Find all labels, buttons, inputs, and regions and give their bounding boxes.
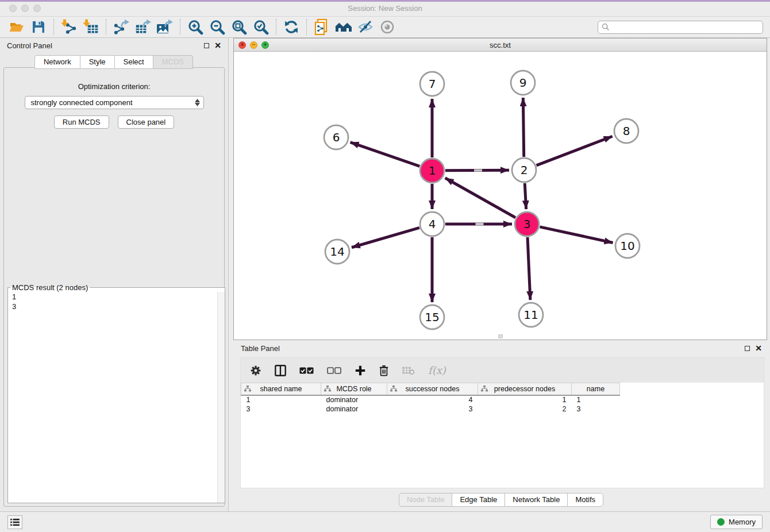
graph-node-4[interactable]: 4 [420, 212, 444, 236]
graph-edge-4-14[interactable] [352, 228, 419, 247]
maximize-network-icon[interactable]: + [261, 41, 269, 49]
delete-table-icon [402, 366, 415, 375]
criterion-dropdown[interactable]: strongly connected component [25, 96, 204, 109]
minimize-network-icon[interactable]: − [250, 41, 257, 49]
table-cell[interactable]: 3 [572, 404, 620, 414]
graph-node-14[interactable]: 14 [325, 240, 349, 264]
close-panel-icon[interactable]: ✕ [755, 345, 762, 351]
open-session-icon[interactable] [6, 18, 28, 36]
hierarchy-icon [390, 385, 397, 392]
float-panel-icon[interactable] [204, 43, 209, 48]
control-panel-header: Control Panel ✕ [0, 38, 228, 53]
result-line: 1 [8, 292, 225, 302]
run-mcds-button[interactable]: Run MCDS [54, 115, 109, 129]
node-label: 1 [429, 164, 436, 178]
criterion-value: strongly connected component [31, 98, 133, 107]
export-table-icon[interactable] [132, 18, 154, 36]
table-cell[interactable]: 1 [241, 395, 321, 404]
add-column-icon[interactable] [355, 365, 366, 376]
show-column-panel-icon[interactable] [274, 364, 287, 377]
table-cell[interactable]: dominator [321, 404, 387, 414]
graph-node-9[interactable]: 9 [511, 71, 535, 95]
graph-node-2[interactable]: 2 [512, 158, 536, 182]
import-network-icon[interactable] [58, 18, 80, 36]
clone-network-icon[interactable] [311, 18, 333, 36]
toolbar-separator [106, 19, 106, 35]
column-header-shared-name[interactable]: shared name [241, 383, 321, 395]
zoom-fit-icon[interactable] [228, 18, 250, 36]
delete-column-icon[interactable] [379, 365, 389, 376]
table-row[interactable]: 1dominator411 [241, 395, 620, 404]
table-row[interactable]: 3dominator323 [241, 404, 620, 414]
table-tabs: Node Table Edge Table Network Table Moti… [233, 493, 770, 507]
hide-selected-icon[interactable] [355, 18, 376, 36]
node-label: 15 [425, 310, 439, 324]
memory-button[interactable]: Memory [710, 515, 763, 529]
resize-grip[interactable] [498, 334, 503, 338]
graph-node-10[interactable]: 10 [615, 234, 640, 258]
tab-edge-table[interactable]: Edge Table [452, 493, 505, 507]
graph-edge-3-1[interactable] [445, 178, 515, 218]
column-header-mcds-role[interactable]: MCDS role [321, 383, 387, 395]
unselect-all-icon[interactable] [327, 367, 342, 375]
graph-node-1[interactable]: 1 [420, 159, 444, 183]
graph-edge-2-3[interactable] [525, 183, 526, 209]
graph-edge-3-11[interactable] [528, 237, 530, 300]
column-header-name[interactable]: name [572, 383, 620, 395]
graph-node-6[interactable]: 6 [324, 125, 348, 149]
graph-node-8[interactable]: 8 [614, 119, 638, 143]
column-header-predecessor-nodes[interactable]: predecessor nodes [478, 383, 572, 395]
tab-mcds[interactable]: MCDS [153, 55, 193, 69]
tab-node-table[interactable]: Node Table [399, 493, 453, 507]
app-titlebar: Session: New Session [0, 0, 770, 16]
table-cell[interactable]: 4 [387, 395, 478, 404]
network-canvas[interactable]: 7968124314101511 [234, 52, 767, 340]
tab-network-table[interactable]: Network Table [505, 493, 568, 507]
node-table: shared name MCDS role successor nodes pr… [241, 383, 620, 414]
first-neighbors-icon[interactable] [333, 18, 355, 36]
graph-node-3[interactable]: 3 [515, 212, 539, 236]
graph-edge-1-6[interactable] [351, 142, 420, 167]
tab-network[interactable]: Network [34, 55, 80, 69]
table-cell[interactable]: dominator [321, 395, 387, 404]
tab-select[interactable]: Select [114, 55, 153, 69]
search-input[interactable] [610, 22, 759, 32]
gear-icon[interactable] [250, 365, 261, 376]
graph-node-11[interactable]: 11 [519, 303, 543, 327]
hierarchy-icon [244, 385, 251, 392]
zoom-out-icon[interactable] [206, 18, 228, 36]
float-panel-icon[interactable] [745, 346, 750, 351]
show-all-icon[interactable] [376, 18, 398, 36]
save-session-icon[interactable] [28, 18, 49, 36]
close-panel-icon[interactable]: ✕ [214, 43, 221, 48]
table-cell[interactable]: 3 [241, 404, 321, 414]
result-scrollbar[interactable] [217, 292, 225, 503]
import-table-icon[interactable] [80, 18, 102, 36]
export-network-icon[interactable] [110, 18, 132, 36]
select-all-icon[interactable] [299, 367, 314, 375]
graph-node-7[interactable]: 7 [420, 72, 444, 96]
table-cell[interactable]: 1 [478, 395, 572, 404]
zoom-selected-icon[interactable] [250, 18, 272, 36]
close-network-icon[interactable]: × [238, 41, 246, 49]
node-label: 8 [623, 124, 630, 138]
graph-edge-2-8[interactable] [536, 136, 612, 165]
mcds-result-text[interactable]: 1 3 [8, 292, 225, 503]
network-window-titlebar: scc.txt × − + [234, 38, 767, 52]
table-cell[interactable]: 3 [387, 404, 478, 414]
column-header-successor-nodes[interactable]: successor nodes [387, 383, 478, 395]
control-panel-tabs: Network Style Select MCDS [0, 55, 228, 69]
table-cell[interactable]: 1 [572, 395, 620, 404]
graph-node-15[interactable]: 15 [420, 305, 444, 329]
tab-style[interactable]: Style [80, 55, 115, 69]
close-panel-button[interactable]: Close panel [118, 115, 175, 129]
table-cell[interactable]: 2 [478, 404, 572, 414]
zoom-in-icon[interactable] [184, 18, 206, 36]
graph-edge-2-9[interactable] [523, 98, 523, 157]
table-panel-title: Table Panel [241, 344, 280, 353]
refresh-layout-icon[interactable] [280, 18, 302, 36]
graph-edge-3-10[interactable] [540, 227, 613, 243]
export-image-icon[interactable] [154, 18, 176, 36]
tab-motifs[interactable]: Motifs [567, 493, 603, 507]
task-history-button[interactable] [7, 515, 22, 529]
